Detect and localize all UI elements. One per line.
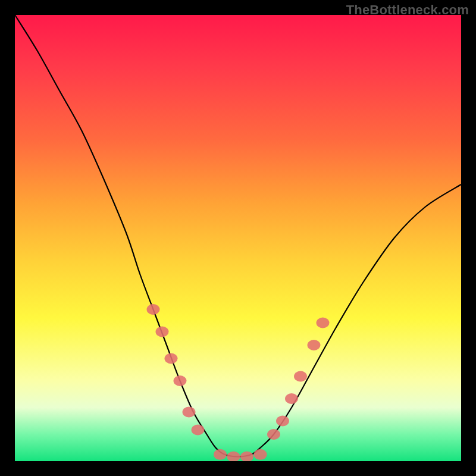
curve-marker: [267, 429, 280, 440]
curve-marker: [254, 449, 267, 460]
curve-marker: [285, 393, 298, 404]
curve-marker: [308, 340, 321, 350]
curve-marker: [276, 416, 289, 427]
curve-marker: [174, 375, 187, 386]
curve-marker: [214, 449, 227, 460]
curve-marker: [156, 327, 169, 337]
watermark-text: TheBottleneck.com: [346, 2, 469, 18]
curve-marker: [165, 353, 178, 364]
curve-marker: [294, 371, 307, 382]
curve-marker: [147, 304, 160, 315]
curve-markers: [147, 304, 330, 461]
curve-marker: [317, 318, 330, 328]
curve-marker: [227, 452, 240, 462]
curve-marker: [183, 407, 196, 418]
curve-marker: [192, 425, 205, 436]
curve-marker: [240, 452, 253, 462]
bottleneck-chart: [15, 15, 461, 461]
bottleneck-curve-line: [15, 15, 461, 457]
